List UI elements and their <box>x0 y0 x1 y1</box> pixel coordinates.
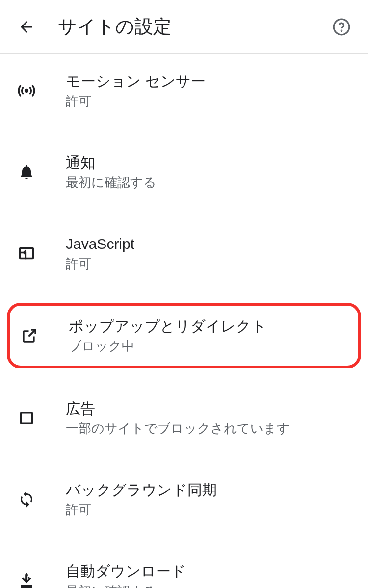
setting-title: バックグラウンド同期 <box>66 480 353 499</box>
setting-text: バックグラウンド同期 許可 <box>66 480 353 518</box>
arrow-left-icon <box>18 18 35 36</box>
notifications-icon <box>17 162 36 182</box>
page-title: サイトの設定 <box>58 14 330 39</box>
header: サイトの設定 <box>0 0 368 54</box>
svg-rect-5 <box>21 586 32 588</box>
sync-icon <box>17 490 36 509</box>
svg-point-2 <box>25 89 28 93</box>
setting-subtitle: ブロック中 <box>69 338 350 355</box>
setting-text: 自動ダウンロード 最初に確認する <box>66 562 353 588</box>
back-button[interactable] <box>15 15 38 39</box>
setting-subtitle: 許可 <box>66 255 353 272</box>
setting-title: JavaScript <box>66 234 353 253</box>
setting-popups-redirects[interactable]: ポップアップとリダイレクト ブロック中 <box>7 303 361 368</box>
setting-text: ポップアップとリダイレクト ブロック中 <box>69 317 350 355</box>
javascript-icon <box>17 244 36 263</box>
setting-subtitle: 最初に確認する <box>66 174 353 191</box>
setting-javascript[interactable]: JavaScript 許可 <box>0 220 368 286</box>
ads-icon <box>17 408 36 428</box>
download-icon <box>17 571 36 588</box>
setting-subtitle: 一部のサイトでブロックされています <box>66 420 353 437</box>
help-icon <box>332 18 351 36</box>
setting-title: 自動ダウンロード <box>66 562 353 581</box>
setting-subtitle: 最初に確認する <box>66 583 353 588</box>
setting-subtitle: 許可 <box>66 93 353 110</box>
setting-motion-sensor[interactable]: モーション センサー 許可 <box>0 58 368 123</box>
setting-text: 広告 一部のサイトでブロックされています <box>66 399 353 437</box>
setting-title: ポップアップとリダイレクト <box>69 317 350 336</box>
setting-text: モーション センサー 許可 <box>66 72 353 110</box>
setting-notifications[interactable]: 通知 最初に確認する <box>0 139 368 205</box>
svg-rect-4 <box>21 413 32 424</box>
setting-title: 通知 <box>66 153 353 172</box>
svg-point-1 <box>341 30 342 31</box>
setting-text: 通知 最初に確認する <box>66 153 353 191</box>
setting-title: モーション センサー <box>66 72 353 91</box>
setting-title: 広告 <box>66 399 353 418</box>
setting-text: JavaScript 許可 <box>66 234 353 272</box>
open-external-icon <box>20 326 39 345</box>
setting-auto-download[interactable]: 自動ダウンロード 最初に確認する <box>0 548 368 588</box>
help-button[interactable] <box>330 15 353 39</box>
setting-background-sync[interactable]: バックグラウンド同期 許可 <box>0 466 368 532</box>
settings-list: モーション センサー 許可 通知 最初に確認する JavaScript <box>0 54 368 588</box>
motion-sensor-icon <box>17 81 36 100</box>
setting-subtitle: 許可 <box>66 501 353 518</box>
setting-ads[interactable]: 広告 一部のサイトでブロックされています <box>0 385 368 451</box>
